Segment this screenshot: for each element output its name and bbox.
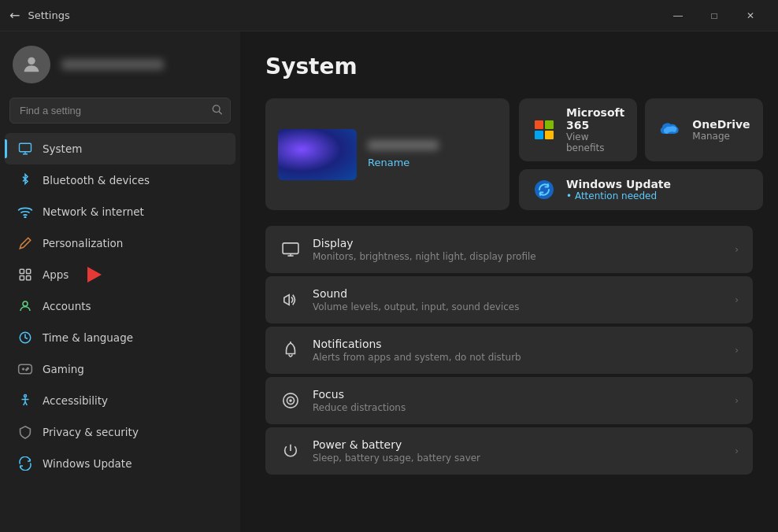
sidebar-item-personalization[interactable]: Personalization bbox=[5, 227, 235, 259]
focus-icon bbox=[280, 390, 302, 412]
sidebar-item-label: Privacy & security bbox=[43, 426, 139, 438]
focus-text: Focus Reduce distractions bbox=[313, 388, 724, 413]
ms365-text: Microsoft 365 View benefits bbox=[566, 106, 624, 153]
device-card: Rename bbox=[265, 98, 509, 210]
top-cards: Rename bbox=[265, 98, 753, 210]
svg-line-20 bbox=[25, 402, 27, 406]
sidebar-profile bbox=[0, 31, 240, 94]
notifications-icon bbox=[280, 339, 302, 361]
chevron-right-icon: › bbox=[735, 294, 739, 305]
svg-point-29 bbox=[290, 400, 291, 401]
sidebar-item-time[interactable]: Time & language bbox=[5, 322, 235, 353]
service-card-ms365[interactable]: Microsoft 365 View benefits bbox=[519, 98, 637, 161]
device-name bbox=[368, 140, 439, 150]
sidebar-item-bluetooth[interactable]: Bluetooth & devices bbox=[5, 164, 235, 196]
sidebar-item-winupdate[interactable]: Windows Update bbox=[5, 448, 235, 479]
svg-point-16 bbox=[24, 395, 27, 397]
power-text: Power & battery Sleep, battery usage, ba… bbox=[313, 438, 724, 464]
svg-marker-25 bbox=[284, 295, 289, 305]
red-arrow-icon bbox=[87, 267, 102, 283]
sound-text: Sound Volume levels, output, input, soun… bbox=[313, 287, 724, 312]
gaming-icon bbox=[17, 361, 33, 377]
sidebar-item-label: Time & language bbox=[43, 331, 133, 344]
titlebar-left: ← Settings bbox=[9, 8, 70, 23]
notifications-text: Notifications Alerts from apps and syste… bbox=[313, 338, 724, 363]
ms365-sub: View benefits bbox=[566, 131, 624, 153]
onedrive-text: OneDrive Manage bbox=[692, 118, 750, 142]
settings-item-display[interactable]: Display Monitors, brightness, night ligh… bbox=[265, 226, 753, 273]
service-card-onedrive[interactable]: OneDrive Manage bbox=[645, 98, 762, 161]
sidebar-item-privacy[interactable]: Privacy & security bbox=[5, 416, 235, 448]
system-icon bbox=[17, 141, 33, 157]
sidebar-item-apps[interactable]: Apps bbox=[5, 259, 235, 290]
winupdate-service-name: Windows Update bbox=[566, 178, 671, 190]
onedrive-name: OneDrive bbox=[692, 118, 750, 131]
back-icon[interactable]: ← bbox=[9, 8, 20, 23]
onedrive-icon bbox=[658, 117, 683, 142]
sidebar-item-accessibility[interactable]: Accessibility bbox=[5, 385, 235, 416]
search-icon[interactable] bbox=[212, 104, 223, 117]
service-cards: Microsoft 365 View benefits OneDr bbox=[519, 98, 763, 210]
winupdate-service-text: Windows Update Attention needed bbox=[566, 178, 671, 201]
sidebar-item-accounts[interactable]: Accounts bbox=[5, 290, 235, 322]
display-icon bbox=[280, 238, 302, 260]
page-title: System bbox=[265, 54, 753, 79]
chevron-right-icon: › bbox=[735, 445, 739, 456]
winupdate-icon bbox=[17, 456, 33, 471]
svg-line-2 bbox=[219, 111, 221, 113]
avatar bbox=[13, 46, 50, 83]
settings-item-sound[interactable]: Sound Volume levels, output, input, soun… bbox=[265, 276, 753, 323]
svg-rect-3 bbox=[20, 143, 31, 152]
sound-desc: Volume levels, output, input, sound devi… bbox=[313, 301, 724, 312]
sidebar-item-label: Bluetooth & devices bbox=[43, 174, 150, 187]
ms365-name: Microsoft 365 bbox=[566, 106, 624, 131]
minimize-button[interactable]: — bbox=[660, 0, 696, 31]
onedrive-sub: Manage bbox=[692, 131, 750, 142]
bluetooth-icon bbox=[17, 172, 33, 188]
sidebar-item-system[interactable]: System bbox=[5, 133, 235, 164]
nav-list: System Bluetooth & devices bbox=[0, 133, 240, 489]
device-thumb-inner bbox=[278, 129, 357, 180]
close-button[interactable]: ✕ bbox=[732, 0, 769, 31]
settings-item-notifications[interactable]: Notifications Alerts from apps and syste… bbox=[265, 327, 753, 374]
pen-icon bbox=[17, 235, 33, 251]
power-desc: Sleep, battery usage, battery saver bbox=[313, 453, 724, 464]
svg-point-0 bbox=[28, 57, 35, 65]
display-name: Display bbox=[313, 237, 724, 249]
titlebar-controls: — □ ✕ bbox=[660, 0, 769, 31]
maximize-button[interactable]: □ bbox=[696, 0, 732, 31]
sidebar-item-network[interactable]: Network & internet bbox=[5, 196, 235, 227]
sidebar-item-gaming[interactable]: Gaming bbox=[5, 353, 235, 385]
rename-link[interactable]: Rename bbox=[368, 157, 439, 168]
search-input[interactable] bbox=[9, 98, 231, 124]
sidebar-item-label: System bbox=[43, 142, 82, 155]
svg-point-9 bbox=[23, 301, 28, 306]
service-card-winupdate[interactable]: Windows Update Attention needed bbox=[519, 169, 763, 210]
display-text: Display Monitors, brightness, night ligh… bbox=[313, 237, 724, 262]
notifications-desc: Alerts from apps and system, do not dist… bbox=[313, 352, 724, 363]
svg-rect-6 bbox=[27, 269, 31, 273]
device-thumbnail bbox=[278, 129, 357, 180]
titlebar: ← Settings — □ ✕ bbox=[0, 0, 778, 31]
svg-point-15 bbox=[26, 369, 28, 371]
svg-rect-7 bbox=[20, 276, 24, 280]
privacy-icon bbox=[17, 424, 33, 440]
device-info: Rename bbox=[368, 140, 439, 168]
focus-name: Focus bbox=[313, 388, 724, 401]
svg-rect-22 bbox=[283, 243, 298, 254]
settings-item-power[interactable]: Power & battery Sleep, battery usage, ba… bbox=[265, 427, 753, 475]
chevron-right-icon: › bbox=[735, 345, 739, 356]
ms365-icon bbox=[532, 117, 557, 142]
display-desc: Monitors, brightness, night light, displ… bbox=[313, 251, 724, 262]
search-box bbox=[9, 98, 231, 124]
power-icon bbox=[280, 440, 302, 462]
time-icon bbox=[17, 330, 33, 345]
accounts-icon bbox=[17, 298, 33, 314]
apps-arrow bbox=[84, 267, 102, 283]
winupdate-service-icon bbox=[532, 177, 557, 202]
sidebar-item-label: Apps bbox=[43, 268, 69, 281]
settings-item-focus[interactable]: Focus Reduce distractions › bbox=[265, 377, 753, 424]
sidebar-item-label: Accounts bbox=[43, 300, 91, 312]
app-container: System Bluetooth & devices bbox=[0, 31, 778, 532]
sidebar-item-label: Network & internet bbox=[43, 205, 144, 218]
